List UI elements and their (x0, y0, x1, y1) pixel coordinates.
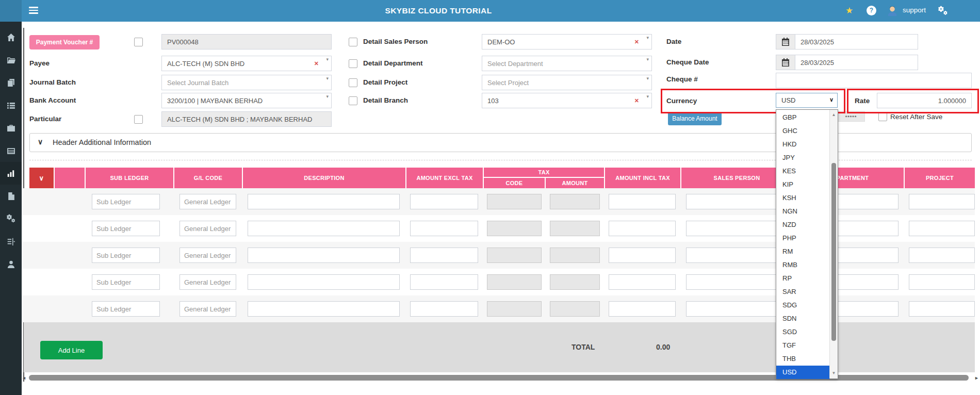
description-input[interactable] (248, 194, 400, 209)
currency-option-rmb[interactable]: RMB (776, 258, 830, 272)
user-avatar[interactable] (886, 5, 899, 17)
particular-checkbox[interactable] (134, 115, 143, 124)
favorite-star-icon[interactable] (845, 5, 853, 16)
amount-incl-tax-input[interactable] (609, 221, 676, 236)
amount-incl-tax-input[interactable] (609, 194, 676, 209)
bank-account-select[interactable]: 3200/100 | MAYBANK BERHAD (161, 93, 332, 108)
clear-sales-person-icon[interactable] (634, 39, 639, 45)
sub-ledger-input[interactable] (92, 274, 160, 290)
amount-excl-tax-input[interactable] (410, 274, 478, 290)
amount-excl-tax-input[interactable] (410, 301, 478, 317)
sidebar-item-file[interactable] (0, 185, 22, 207)
description-input[interactable] (248, 301, 400, 317)
amount-excl-tax-input[interactable] (410, 248, 478, 263)
detail-department-checkbox[interactable] (349, 59, 357, 68)
clear-payee-icon[interactable] (314, 60, 319, 67)
sales-person-input[interactable] (686, 274, 787, 290)
currency-option-usd[interactable]: USD (776, 366, 830, 379)
amount-incl-tax-input[interactable] (609, 248, 676, 263)
scroll-up-arrow[interactable] (830, 111, 838, 119)
sidebar-item-forms[interactable] (0, 230, 22, 253)
settings-gears-icon[interactable] (938, 6, 948, 18)
project-input[interactable] (909, 221, 975, 236)
gl-code-input[interactable] (179, 194, 236, 209)
sub-ledger-input[interactable] (92, 221, 160, 236)
description-input[interactable] (248, 248, 400, 263)
calendar-icon[interactable] (776, 55, 795, 70)
payment-voucher-button[interactable]: Payment Voucher # (29, 35, 100, 50)
currency-select[interactable]: USD (776, 93, 838, 108)
cheque-date-input[interactable] (795, 55, 918, 70)
sales-person-input[interactable] (686, 194, 787, 209)
currency-option-rp[interactable]: RP (776, 272, 830, 285)
project-input[interactable] (909, 301, 975, 317)
description-input[interactable] (248, 221, 400, 236)
sidebar-item-home[interactable] (0, 26, 22, 48)
help-icon[interactable]: ? (867, 6, 876, 15)
voucher-checkbox[interactable] (134, 38, 143, 46)
date-input[interactable] (795, 34, 918, 50)
add-line-button[interactable]: Add Line (40, 341, 103, 359)
sales-person-select[interactable]: DEM-OO (482, 34, 652, 50)
currency-option-nzd[interactable]: NZD (776, 218, 830, 232)
sub-ledger-input[interactable] (92, 301, 160, 317)
sidebar-item-settings[interactable] (0, 207, 22, 230)
project-input[interactable] (909, 194, 975, 209)
project-input[interactable] (909, 274, 975, 290)
description-input[interactable] (248, 274, 400, 290)
sidebar-item-user[interactable] (0, 253, 22, 275)
department-select[interactable]: Select Department (482, 56, 652, 71)
clear-branch-icon[interactable] (634, 97, 639, 104)
currency-option-rm[interactable]: RM (776, 245, 830, 258)
journal-batch-select[interactable]: Select Journal Batch (161, 75, 332, 90)
project-input[interactable] (909, 248, 975, 263)
row-options-header[interactable] (29, 168, 54, 188)
username-label[interactable]: support (903, 6, 926, 14)
currency-option-ngn[interactable]: NGN (776, 205, 830, 218)
branch-select[interactable]: 103 (482, 93, 652, 108)
currency-option-hkd[interactable]: HKD (776, 138, 830, 151)
gl-code-input[interactable] (179, 221, 236, 236)
dropdown-scrollbar-thumb[interactable] (831, 163, 836, 341)
detail-branch-checkbox[interactable] (349, 96, 357, 105)
currency-option-ghc[interactable]: GHC (776, 124, 830, 138)
currency-option-jpy[interactable]: JPY (776, 151, 830, 164)
sidebar-item-report[interactable] (0, 139, 22, 162)
sub-ledger-input[interactable] (92, 194, 160, 209)
reset-after-save-checkbox[interactable] (878, 112, 887, 121)
gl-code-input[interactable] (179, 274, 236, 290)
amount-incl-tax-input[interactable] (609, 274, 676, 290)
balance-amount-button[interactable]: Balance Amount (668, 112, 722, 125)
amount-excl-tax-input[interactable] (410, 221, 478, 236)
amount-incl-tax-input[interactable] (609, 301, 676, 317)
currency-option-sdn[interactable]: SDN (776, 312, 830, 325)
calendar-icon[interactable] (776, 34, 795, 50)
currency-option-tgf[interactable]: TGF (776, 339, 830, 352)
currency-option-sdg[interactable]: SDG (776, 299, 830, 312)
currency-option-kes[interactable]: KES (776, 164, 830, 178)
particular-input[interactable] (161, 111, 332, 127)
sales-person-input[interactable] (686, 221, 787, 236)
payee-select[interactable]: ALC-TECH (M) SDN BHD (161, 56, 332, 71)
currency-option-sgd[interactable]: SGD (776, 325, 830, 339)
cheque-number-input[interactable] (776, 73, 972, 88)
rate-input[interactable] (877, 93, 972, 108)
gl-code-input[interactable] (179, 301, 236, 317)
currency-option-php[interactable]: PHP (776, 232, 830, 245)
detail-sales-person-checkbox[interactable] (349, 38, 357, 46)
sub-ledger-input[interactable] (92, 248, 160, 263)
sidebar-item-folder[interactable] (0, 48, 22, 71)
amount-excl-tax-input[interactable] (410, 194, 478, 209)
sales-person-input[interactable] (686, 248, 787, 263)
sales-person-input[interactable] (686, 301, 787, 317)
currency-option-sar[interactable]: SAR (776, 285, 830, 299)
currency-option-thb[interactable]: THB (776, 352, 830, 366)
sidebar-item-list[interactable] (0, 94, 22, 117)
currency-option-gbp[interactable]: GBP (776, 111, 830, 124)
scroll-down-arrow[interactable] (830, 369, 838, 377)
voucher-number-input[interactable] (161, 34, 332, 50)
scroll-left-arrow[interactable] (22, 375, 26, 381)
gl-code-input[interactable] (179, 248, 236, 263)
menu-icon[interactable] (29, 7, 38, 15)
sidebar-item-documents[interactable] (0, 71, 22, 94)
